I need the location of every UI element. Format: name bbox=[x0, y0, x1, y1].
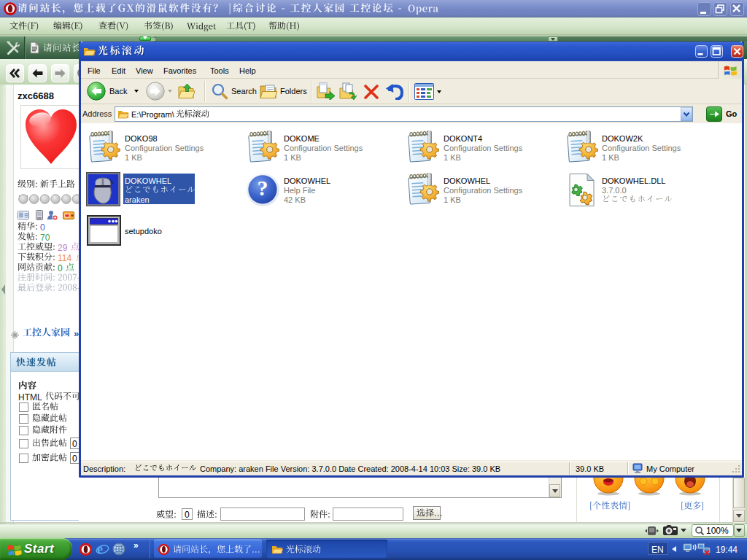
svg-text:?: ? bbox=[258, 176, 268, 200]
svg-text:e: e bbox=[97, 542, 103, 556]
